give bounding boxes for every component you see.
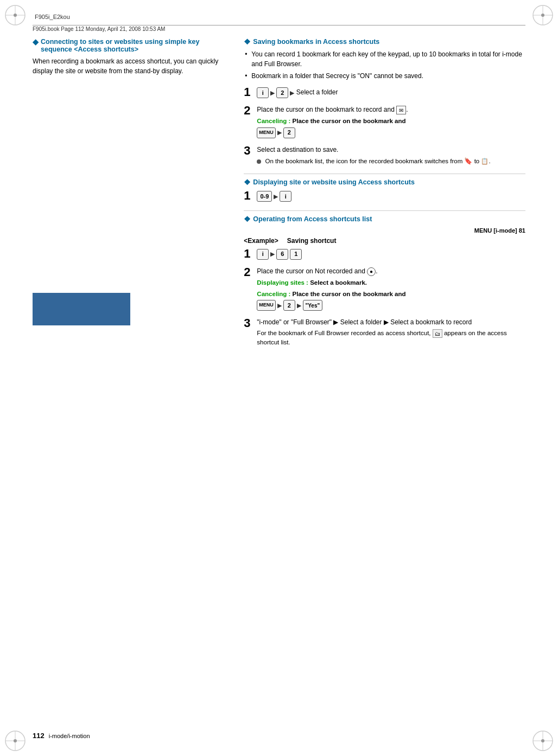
corner-decoration-tl bbox=[4, 4, 26, 26]
svg-point-15 bbox=[541, 739, 544, 742]
key-menu: MENU bbox=[257, 127, 276, 138]
operating-step-3: 3 "i-mode" or "Full Browser" ▶ Select a … bbox=[244, 317, 525, 348]
step-3-content: Select a destination to save. On the boo… bbox=[257, 145, 525, 166]
key-imode2: i bbox=[280, 191, 291, 202]
displaying-step-1-content: 0-9 ▶ i bbox=[257, 190, 525, 203]
key-imode: i bbox=[257, 87, 269, 98]
operating-canceling-keys: MENU ▶ 2 ▶ "Yes" bbox=[257, 300, 322, 311]
step-1-keys: i ▶ 2 ▶ bbox=[257, 87, 294, 98]
key-menu2: MENU bbox=[257, 300, 276, 311]
saving-step-1: 1 i ▶ 2 ▶ Select a folder bbox=[244, 86, 525, 99]
arrow-2: ▶ bbox=[290, 88, 294, 98]
operating-section: ❖ Operating from Access shortcuts list M… bbox=[244, 215, 525, 347]
step-3-text: Select a destination to save. bbox=[257, 145, 525, 155]
operating-displaying: Displaying sites : Select a bookmark. bbox=[257, 278, 525, 287]
displaying-site-heading: ❖ Displaying site or website using Acces… bbox=[244, 178, 525, 187]
diamond-icon-4: ❖ bbox=[244, 215, 251, 223]
operating-step-number-1: 1 bbox=[244, 248, 253, 260]
operating-step-1-keys: i ▶ 6 1 bbox=[257, 249, 302, 260]
arrow-1: ▶ bbox=[270, 88, 275, 98]
canceling-keys: MENU ▶ 2 bbox=[257, 127, 295, 138]
key-yes: "Yes" bbox=[303, 300, 322, 311]
operating-step-3-note: For the bookmark of Full Browser recorde… bbox=[257, 329, 525, 348]
saving-bookmarks-heading-text: Saving bookmarks in Access shortcuts bbox=[253, 38, 379, 46]
example-heading: <Example> Saving shortcut bbox=[244, 237, 525, 245]
saving-bookmarks-bullets: You can record 1 bookmark for each key o… bbox=[244, 49, 525, 81]
canceling-text: Place the cursor on the bookmark and bbox=[293, 118, 406, 124]
operating-canceling-label: Canceling : bbox=[257, 291, 292, 297]
saving-bookmarks-heading: ❖ Saving bookmarks in Access shortcuts bbox=[244, 38, 525, 46]
diamond-icon-3: ❖ bbox=[244, 178, 251, 187]
key-6: 6 bbox=[276, 249, 288, 260]
operating-step-1: 1 i ▶ 6 1 bbox=[244, 248, 525, 261]
key-2c: 2 bbox=[283, 300, 295, 311]
footer-label: i-mode/i-motion bbox=[49, 733, 90, 739]
operating-canceling-text: Place the cursor on the bookmark and bbox=[293, 291, 406, 297]
displaying-site-section: ❖ Displaying site or website using Acces… bbox=[244, 178, 525, 203]
step-1-content: i ▶ 2 ▶ Select a folder bbox=[257, 86, 525, 99]
arrow-7: ▶ bbox=[297, 301, 301, 310]
example-title: Saving shortcut bbox=[287, 237, 337, 245]
diamond-icon-2: ❖ bbox=[244, 38, 251, 46]
operating-step-2: 2 Place the cursor on Not recorded and ●… bbox=[244, 266, 525, 312]
arrow-3: ▶ bbox=[277, 128, 282, 137]
bullet-item-1: You can record 1 bookmark for each key o… bbox=[244, 49, 525, 69]
displaying-step-1: 1 0-9 ▶ i bbox=[244, 190, 525, 203]
operating-step-number-3: 3 bbox=[244, 317, 253, 329]
arrow-4: ▶ bbox=[274, 192, 278, 201]
svg-point-11 bbox=[14, 739, 17, 742]
connecting-heading: ◆ Connecting to sites or websites using … bbox=[33, 38, 226, 53]
connecting-body-text: When recording a bookmark as access shor… bbox=[33, 56, 226, 76]
displaying-step-1-keys: 0-9 ▶ i bbox=[257, 191, 291, 202]
key-1: 1 bbox=[290, 249, 302, 260]
header-bar: F905i_E2kou bbox=[33, 11, 525, 23]
corner-decoration-tr bbox=[532, 4, 554, 26]
bullet-item-2: Bookmark in a folder that Secrecy is "ON… bbox=[244, 71, 525, 81]
displaying-step-number-1: 1 bbox=[244, 190, 253, 202]
displaying-site-heading-text: Displaying site or website using Access … bbox=[253, 178, 415, 186]
section-divider-2 bbox=[244, 210, 525, 211]
key-09: 0-9 bbox=[257, 191, 272, 202]
step-number-1: 1 bbox=[244, 86, 253, 98]
step-number-3: 3 bbox=[244, 145, 253, 157]
operating-step-3-content: "i-mode" or "Full Browser" ▶ Select a fo… bbox=[257, 317, 525, 348]
corner-decoration-bl bbox=[4, 730, 26, 752]
operating-step-3-text: "i-mode" or "Full Browser" ▶ Select a fo… bbox=[257, 317, 525, 327]
header-line bbox=[33, 25, 525, 25]
operating-step-1-content: i ▶ 6 1 bbox=[257, 248, 525, 261]
left-column: ◆ Connecting to sites or websites using … bbox=[33, 38, 239, 723]
operating-canceling: Canceling : Place the cursor on the book… bbox=[257, 290, 525, 312]
menu-label: MENU [i-mode] 81 bbox=[244, 227, 525, 234]
operating-heading: ❖ Operating from Access shortcuts list bbox=[244, 215, 525, 223]
page-number: 112 bbox=[33, 732, 45, 740]
left-section-connecting: ◆ Connecting to sites or websites using … bbox=[33, 38, 226, 76]
example-label: <Example> bbox=[244, 237, 278, 245]
connecting-heading-text: Connecting to sites or websites using si… bbox=[41, 38, 226, 53]
step-3-note: On the bookmark list, the icon for the r… bbox=[257, 156, 525, 166]
key-2: 2 bbox=[276, 87, 288, 98]
diamond-icon: ◆ bbox=[33, 38, 39, 46]
saving-step-3: 3 Select a destination to save. On the b… bbox=[244, 145, 525, 166]
step-1-text: Select a folder bbox=[296, 89, 338, 97]
right-column: ❖ Saving bookmarks in Access shortcuts Y… bbox=[239, 38, 525, 723]
header-filename: F905i_E2kou bbox=[35, 14, 70, 20]
operating-heading-text: Operating from Access shortcuts list bbox=[253, 215, 372, 223]
step-2-text: Place the cursor on the bookmark to reco… bbox=[257, 105, 525, 114]
canceling-label: Canceling : bbox=[257, 118, 292, 124]
section-divider-1 bbox=[244, 174, 525, 174]
key-2b: 2 bbox=[283, 127, 295, 138]
displaying-label: Displaying sites : bbox=[257, 279, 310, 286]
arrow-5: ▶ bbox=[270, 249, 275, 259]
step-2-canceling: Canceling : Place the cursor on the book… bbox=[257, 117, 525, 139]
operating-step-2-content: Place the cursor on Not recorded and ●. … bbox=[257, 266, 525, 312]
arrow-6: ▶ bbox=[277, 301, 282, 310]
svg-point-3 bbox=[14, 14, 17, 17]
content-area: ◆ Connecting to sites or websites using … bbox=[33, 38, 525, 723]
saving-step-2: 2 Place the cursor on the bookmark to re… bbox=[244, 105, 525, 139]
header-print-info: F905i.book Page 112 Monday, April 21, 20… bbox=[33, 26, 525, 32]
corner-decoration-br bbox=[532, 730, 554, 752]
footer: 112 i-mode/i-motion bbox=[33, 732, 525, 740]
operating-step-2-text: Place the cursor on Not recorded and ●. bbox=[257, 266, 525, 276]
displaying-text: Select a bookmark. bbox=[310, 279, 367, 286]
step-number-2: 2 bbox=[244, 105, 253, 117]
